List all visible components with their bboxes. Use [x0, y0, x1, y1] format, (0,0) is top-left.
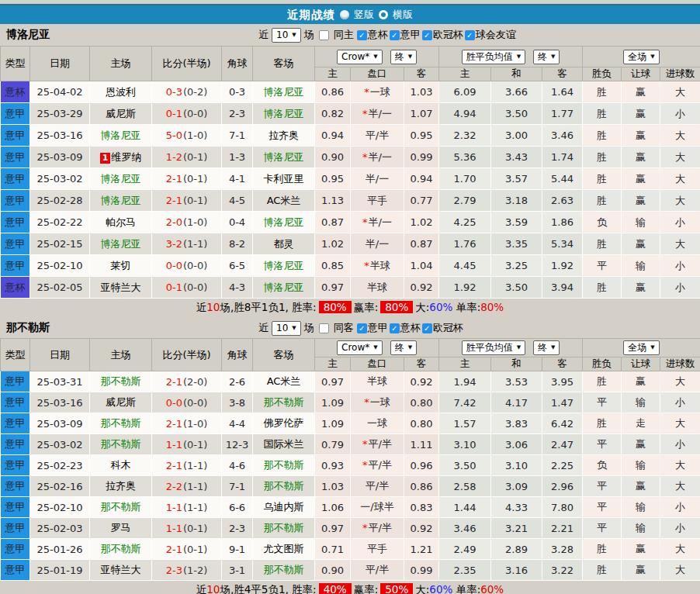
- league-badge: 意甲: [1, 539, 30, 560]
- bookmaker-select[interactable]: Crow*▼: [337, 50, 383, 64]
- col-away: 客场: [253, 47, 315, 81]
- near-label: 近: [258, 321, 269, 335]
- bologna-summary: 近10场,胜8平1负1, 胜率:80%赢率:80%大:60% 单率:80%: [0, 299, 700, 318]
- odds-home: 7.42: [439, 392, 491, 413]
- odds-away: 1.92: [542, 255, 583, 277]
- result-handicap: 赢: [622, 103, 660, 125]
- horizontal-radio[interactable]: [379, 10, 388, 19]
- corner-score: 4-3: [222, 277, 253, 299]
- league-checkbox[interactable]: ✓: [390, 323, 400, 333]
- corner-score: 3-1: [222, 560, 253, 581]
- handicap-home-odds: 0.90: [315, 560, 351, 581]
- odds-away: 1.64: [542, 81, 583, 103]
- league-checkbox[interactable]: ✓: [465, 30, 475, 40]
- odds-draw: 3.16: [491, 560, 542, 581]
- match-score: 2-1(0-1): [152, 168, 222, 190]
- away-team: 卡利亚里: [253, 168, 315, 190]
- league-badge: 意甲: [1, 560, 30, 581]
- sub-outcome: 胜负: [583, 357, 622, 371]
- result-handicap: 输: [622, 212, 660, 233]
- odds-draw: 3.00: [491, 125, 542, 147]
- chevron-down-icon: ▼: [650, 51, 654, 63]
- handicap-stage-select[interactable]: 终▼: [390, 50, 417, 64]
- scope-select[interactable]: 全场▼: [623, 340, 659, 355]
- league-checkbox[interactable]: ✓: [357, 323, 367, 333]
- odds-draw: 3.66: [491, 81, 542, 103]
- col-corner: 角球: [222, 47, 253, 81]
- match-score: 2-1(1-1): [152, 455, 222, 476]
- match-count-select[interactable]: 10▼: [272, 321, 301, 336]
- handicap-away-odds: 0.99: [404, 147, 439, 168]
- match-score: 0-1(0-0): [152, 103, 222, 125]
- handicap-away-odds: 0.80: [404, 392, 439, 413]
- handicap-away-odds: 0.86: [404, 476, 439, 497]
- col-home: 主场: [90, 47, 152, 81]
- scope-select[interactable]: 全场▼: [623, 50, 659, 64]
- match-date: 25-03-31: [30, 371, 90, 392]
- odds-draw: 3.10: [491, 455, 542, 476]
- col-date: 日期: [30, 47, 90, 81]
- result-outcome: 胜: [583, 560, 622, 581]
- league-label: 意杯: [400, 321, 421, 335]
- horizontal-label[interactable]: 横版: [393, 8, 413, 22]
- result-group-header: 全场▼: [583, 339, 700, 357]
- section-header-napoli: 那不勒斯 近 10▼ 场 同客 ✓意甲✓意杯✓欧冠杯: [0, 318, 700, 338]
- result-handicap: 赢: [622, 434, 660, 455]
- corner-score: 3-8: [222, 392, 253, 413]
- napoli-results-table: 类型 日期 主场 比分(半场) 角球 客场 Crow*▼ 终▼ 胜平负均值▼ 终…: [0, 338, 700, 581]
- handicap-away-odds: 1.03: [404, 81, 439, 103]
- home-team: 帕尔马: [90, 212, 152, 233]
- handicap-stage-select[interactable]: 终▼: [390, 340, 417, 355]
- handicap-home-odds: 0.85: [315, 255, 351, 277]
- sub-away-odds: 客: [542, 67, 583, 81]
- match-score: 1-1(0-1): [152, 518, 222, 539]
- chevron-down-icon: ▼: [373, 51, 377, 63]
- away-team: 那不勒斯: [253, 392, 315, 413]
- same-venue-checkbox[interactable]: [319, 30, 329, 40]
- corner-score: 2-3: [222, 518, 253, 539]
- odds-stage-select[interactable]: 终▼: [533, 50, 560, 64]
- sub-away-odds: 客: [542, 357, 583, 371]
- league-badge: 意甲: [1, 497, 30, 518]
- vertical-label[interactable]: 竖版: [354, 8, 374, 22]
- handicap-away-odds: 0.80: [404, 413, 439, 434]
- handicap-home-odds: 0.93: [315, 455, 351, 476]
- odds-home: 1.70: [439, 168, 491, 190]
- summary-segment: 60%: [480, 583, 504, 594]
- home-team: 拉齐奥: [90, 476, 152, 497]
- odds-stage-select[interactable]: 终▼: [533, 340, 560, 355]
- match-date: 25-02-10: [30, 255, 90, 277]
- odds-draw: 3.50: [491, 103, 542, 125]
- result-handicap: 输: [622, 455, 660, 476]
- result-goals: 大: [660, 233, 700, 255]
- odds-away: 3.46: [542, 125, 583, 147]
- league-label: 球会友谊: [476, 28, 516, 42]
- league-checkbox[interactable]: ✓: [422, 30, 432, 40]
- match-date: 25-03-09: [30, 413, 90, 434]
- vertical-radio-selected[interactable]: [340, 10, 349, 19]
- handicap-line: 半球: [351, 277, 404, 299]
- result-outcome: 胜: [583, 539, 622, 560]
- bookmaker-select[interactable]: Crow*▼: [337, 340, 383, 355]
- home-team: 那不勒斯: [90, 539, 152, 560]
- league-checkbox[interactable]: ✓: [422, 323, 432, 333]
- handicap-away-odds: 0.83: [404, 497, 439, 518]
- handicap-away-odds: 0.92: [404, 277, 439, 299]
- result-handicap: 赢: [622, 147, 660, 168]
- match-score: 0-3(0-2): [152, 81, 222, 103]
- corner-score: 7-1: [222, 476, 253, 497]
- league-label: 意甲: [400, 28, 421, 42]
- home-team: 亚特兰大: [90, 277, 152, 299]
- odds-type-select[interactable]: 胜平负均值▼: [462, 50, 525, 64]
- league-checkbox[interactable]: ✓: [390, 30, 400, 40]
- result-goals: 大: [660, 455, 700, 476]
- odds-away: 5.44: [542, 168, 583, 190]
- same-venue-checkbox[interactable]: [319, 323, 329, 333]
- league-checkbox[interactable]: ✓: [357, 30, 367, 40]
- result-outcome: 负: [583, 212, 622, 233]
- home-team: 那不勒斯: [90, 371, 152, 392]
- match-count-select[interactable]: 10▼: [272, 28, 301, 43]
- handicap-line: *平/半: [351, 518, 404, 539]
- odds-type-select[interactable]: 胜平负均值▼: [462, 340, 525, 355]
- handicap-home-odds: 1.09: [315, 392, 351, 413]
